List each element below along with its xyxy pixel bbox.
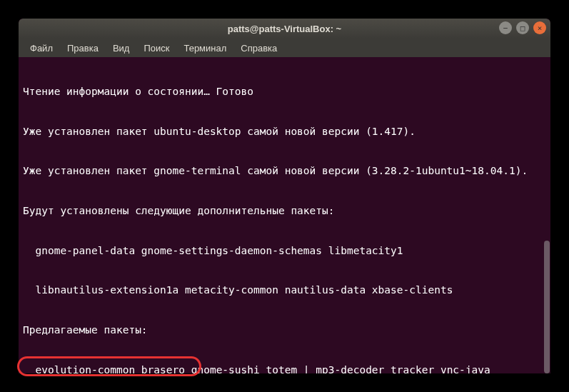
terminal-line: gnome-panel-data gnome-settings-daemon-s… [23, 244, 546, 258]
menu-file[interactable]: Файл [24, 41, 59, 55]
terminal-line: libnautilus-extension1a metacity-common … [23, 283, 546, 297]
terminal-line: Чтение информации о состоянии… Готово [23, 85, 546, 99]
titlebar[interactable]: patts@patts-VirtualBox: ~ − □ × [19, 19, 550, 39]
terminal-line: Уже установлен пакет gnome-terminal само… [23, 164, 546, 178]
scrollbar[interactable] [543, 57, 550, 373]
terminal-line: Уже установлен пакет ubuntu-desktop само… [23, 125, 546, 139]
menu-edit[interactable]: Правка [61, 41, 104, 55]
terminal-line: evolution-common brasero gnome-sushi tot… [23, 363, 546, 373]
terminal-output[interactable]: Чтение информации о состоянии… Готово Уж… [19, 57, 550, 373]
menu-help[interactable]: Справка [235, 41, 283, 55]
maximize-button[interactable]: □ [516, 21, 529, 34]
scrollbar-thumb[interactable] [544, 241, 550, 373]
menubar: Файл Правка Вид Поиск Терминал Справка [19, 39, 550, 57]
window-title: patts@patts-VirtualBox: ~ [228, 24, 341, 34]
menu-terminal[interactable]: Терминал [178, 41, 232, 55]
minimize-button[interactable]: − [499, 21, 512, 34]
terminal-window: patts@patts-VirtualBox: ~ − □ × Файл Пра… [19, 19, 550, 373]
menu-view[interactable]: Вид [107, 41, 136, 55]
terminal-line: Будут установлены следующие дополнительн… [23, 204, 546, 218]
menu-search[interactable]: Поиск [138, 41, 175, 55]
close-button[interactable]: × [533, 21, 546, 34]
window-controls: − □ × [499, 21, 546, 34]
terminal-line: Предлагаемые пакеты: [23, 323, 546, 337]
